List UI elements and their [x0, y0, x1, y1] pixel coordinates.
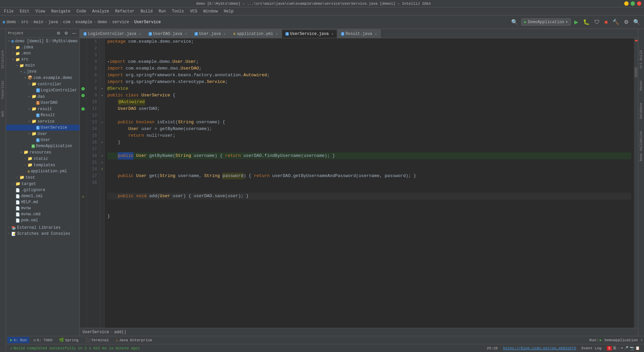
tree-item-logincontroller[interactable]: C LoginController — [6, 87, 79, 93]
coverage-button[interactable]: 🛡 — [593, 18, 601, 26]
tree-item-java[interactable]: ▾ ☕ java — [6, 69, 79, 75]
breadcrumb-com[interactable]: com — [63, 20, 70, 25]
breadcrumb-demo2[interactable]: demo — [98, 20, 107, 25]
tree-item-static[interactable]: › 📁 static — [6, 156, 79, 162]
tab-close-userdao[interactable]: ✕ — [185, 32, 187, 36]
tab-close-user[interactable]: ✕ — [224, 32, 226, 36]
tree-item-gitignore[interactable]: 📄 .gitignore — [6, 187, 79, 193]
tree-item-userdao[interactable]: I UserDAO — [6, 100, 79, 106]
gutter-warning-icon[interactable]: ⚠ — [80, 193, 86, 200]
search-button[interactable]: 🔍 — [632, 18, 641, 26]
fold-import-icon[interactable]: ▾ — [107, 58, 110, 65]
tab-close-result[interactable]: ✕ — [375, 32, 377, 36]
fold-21[interactable]: ▾ — [100, 159, 104, 166]
menu-item-edit[interactable]: Edit — [17, 8, 32, 14]
close-button[interactable]: ✕ — [637, 1, 641, 6]
fold-13[interactable]: ▾ — [100, 119, 104, 126]
menu-item-analyze[interactable]: Analyze — [90, 8, 112, 14]
tree-item-scratches[interactable]: › 📝 Scratches and Consoles — [6, 231, 79, 237]
build-button[interactable]: 🔨 — [611, 18, 621, 26]
tree-item-demoapplication[interactable]: A DemoApplication — [6, 143, 79, 149]
tree-item-application-yml[interactable]: ⚙ application.yml — [6, 168, 79, 174]
tree-item-userservice[interactable]: C UserService — [6, 125, 79, 131]
tree-item-controller[interactable]: ▾ 📁 controller — [6, 81, 79, 87]
bc-add[interactable]: add() — [114, 330, 126, 335]
tree-item-helpmd[interactable]: 📄 HELP.md — [6, 199, 79, 205]
tree-item-resources[interactable]: ▾ 📁 resources — [6, 149, 79, 156]
run-tab-todo[interactable]: ☑ 6: TODO — [31, 337, 55, 343]
tree-item-package[interactable]: ▾ 📦 com.example.demo — [6, 75, 79, 81]
tab-applicationyml[interactable]: ⚙ application.yml ✕ — [230, 29, 282, 38]
web-panel-label[interactable]: Web — [0, 109, 5, 118]
debug-button[interactable]: 🐛 — [582, 18, 591, 26]
run-tab-run[interactable]: ▶ 4: Run — [7, 337, 30, 343]
tree-item-service[interactable]: ▾ 📁 service — [6, 118, 79, 125]
run-config-selector[interactable]: ▶ DemoApplication ▾ — [521, 18, 571, 26]
gutter-service-icon[interactable]: ⬤ — [80, 85, 86, 92]
run-app-label[interactable]: ▶ — [600, 338, 602, 342]
fold-18[interactable]: ▾ — [100, 152, 104, 159]
menu-item-run[interactable]: Run — [156, 8, 169, 14]
tab-result[interactable]: J Result.java ✕ — [337, 29, 381, 38]
tree-item-test[interactable]: › 📁 test — [6, 174, 79, 181]
breadcrumb-java[interactable]: java — [48, 20, 58, 25]
tab-close-applicationyml[interactable]: ✕ — [276, 32, 278, 36]
tab-logincontroller[interactable]: J LoginController.java ✕ — [80, 29, 145, 38]
right-scrollbar[interactable] — [634, 38, 638, 328]
code-editor[interactable]: package com.example.demo.service; ▾ impo… — [105, 38, 634, 328]
tree-item-idea[interactable]: › 📁 .idea — [6, 44, 79, 50]
menu-item-tools[interactable]: Tools — [169, 8, 187, 14]
gutter-autowired-icon[interactable]: ⬤ — [80, 105, 86, 112]
tree-item-user-class[interactable]: C User — [6, 137, 79, 143]
breadcrumb-demo[interactable]: demo — [6, 20, 16, 25]
breadcrumb-src[interactable]: src — [21, 20, 29, 25]
tree-item-result-class[interactable]: C Result — [6, 112, 79, 118]
tree-item-main[interactable]: ▾ 📁 main — [6, 62, 79, 69]
breadcrumb-main[interactable]: main — [34, 20, 43, 25]
build-status-indicator[interactable]: ✓ Build completed successfully in 2 s 62… — [9, 346, 141, 351]
tree-item-target[interactable]: › 📁 target — [6, 181, 79, 187]
tree-item-templates[interactable]: › 📁 templates — [6, 162, 79, 168]
database-panel[interactable]: Database — [639, 101, 644, 120]
run-tab-java-enterprise[interactable]: ☕ Java Enterprise — [113, 337, 155, 343]
fold-8[interactable]: ▾ — [100, 85, 104, 92]
maven-panel[interactable]: Maven — [639, 79, 644, 92]
tree-item-mvnwcmd[interactable]: 📄 mvnw.cmd — [6, 211, 79, 217]
tab-close-userservice[interactable]: ✕ — [331, 32, 333, 36]
scrollbar-thumb[interactable] — [635, 67, 637, 77]
stop-button[interactable]: ■ — [603, 18, 609, 26]
tab-close-logincontroller[interactable]: ✕ — [139, 32, 141, 36]
favorites-panel-label[interactable]: Favorites — [0, 79, 5, 100]
tree-item-external-libraries[interactable]: › 📚 External Libraries — [6, 225, 79, 231]
run-tab-spring[interactable]: 🌿 Spring — [56, 337, 81, 343]
tab-userservice[interactable]: J UserService.java ✕ — [282, 30, 337, 38]
fold-24-warn[interactable]: ! — [100, 166, 104, 173]
settings-button[interactable]: ⚙ — [623, 18, 630, 26]
menu-item-help[interactable]: Help — [221, 8, 236, 14]
tab-userdao[interactable]: J UserDAO.java ✕ — [145, 29, 191, 38]
tree-item-demo1iml[interactable]: 📄 demo1.iml — [6, 193, 79, 199]
tree-item-pomxml[interactable]: 📄 pom.xml — [6, 217, 79, 223]
menu-item-code[interactable]: Code — [74, 8, 89, 14]
structure-panel-label[interactable]: Structure — [0, 49, 5, 70]
run-button[interactable]: ▶ — [573, 18, 580, 26]
menu-item-file[interactable]: File — [1, 8, 16, 14]
cursor-position[interactable]: 25:28 — [485, 346, 499, 350]
menu-item-vcs[interactable]: VCS — [187, 8, 200, 14]
tree-item-dao[interactable]: ▾ 📁 dao — [6, 93, 79, 100]
event-log[interactable]: Event Log — [580, 346, 603, 350]
tab-user[interactable]: J User.java ✕ — [191, 29, 229, 38]
art-build-panel[interactable]: Art Build — [639, 49, 644, 70]
ime-status[interactable]: S 英 · ⌨ 🎤 📷 📋 — [605, 346, 641, 351]
maximize-button[interactable]: □ — [631, 1, 635, 6]
search-everywhere-button[interactable]: 🔍 — [510, 18, 519, 26]
fold-16[interactable]: ▾ — [100, 139, 104, 146]
url-link[interactable]: https://blog.csdn.net/qq_45031575 — [502, 346, 578, 350]
bc-userservice[interactable]: UserService — [83, 330, 109, 335]
tree-item-result[interactable]: ▾ 📁 result — [6, 106, 79, 112]
fold-9[interactable]: ▾ — [100, 92, 104, 99]
tree-item-src[interactable]: ▾ 📁 src — [6, 56, 79, 62]
gutter-class-icon[interactable]: ⬤ — [80, 92, 86, 99]
minimize-button[interactable]: — — [624, 1, 629, 6]
sidebar-add-button[interactable]: ⚙ — [55, 30, 62, 36]
